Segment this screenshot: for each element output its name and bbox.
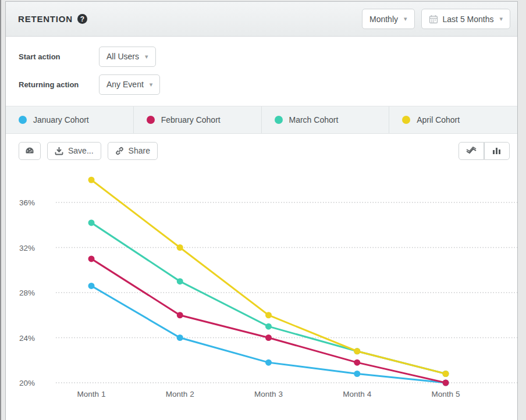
data-point[interactable]	[265, 360, 272, 366]
start-action-value: All Users	[106, 52, 139, 61]
series-color-dot	[402, 116, 410, 124]
y-tick-label: 28%	[19, 289, 35, 297]
series-line	[91, 223, 446, 374]
chevron-down-icon	[150, 81, 153, 88]
retention-chart: 36%32%28%24%20%Month 1Month 2Month 3Mont…	[6, 160, 517, 414]
start-action-dropdown[interactable]: All Users	[99, 47, 156, 67]
data-point[interactable]	[88, 283, 95, 289]
line-chart-icon	[465, 147, 477, 155]
interval-dropdown-value: Monthly	[369, 15, 398, 24]
data-point[interactable]	[265, 323, 272, 330]
x-tick-label: Month 1	[77, 390, 106, 398]
legend-label: April Cohort	[417, 115, 460, 124]
series-line	[91, 180, 446, 373]
legend-tab-february[interactable]: February Cohort	[134, 106, 262, 133]
calendar-icon	[429, 15, 438, 24]
header-controls: Monthly Last 5 Months	[362, 9, 510, 29]
legend-tab-january[interactable]: January Cohort	[6, 106, 134, 133]
series-color-dot	[19, 116, 27, 124]
report-header: RETENTION ? Monthly Last 5 Months	[6, 2, 517, 37]
x-tick-label: Month 2	[166, 390, 194, 398]
data-point[interactable]	[177, 244, 183, 251]
data-point[interactable]	[443, 371, 449, 377]
share-button[interactable]: Share	[108, 142, 158, 160]
retention-report-panel: RETENTION ? Monthly Last 5 Months	[5, 1, 518, 420]
y-tick-label: 36%	[19, 198, 35, 207]
returning-action-value: Any Event	[106, 80, 144, 89]
legend-label: March Cohort	[289, 115, 339, 124]
data-point[interactable]	[354, 371, 360, 377]
save-button-label: Save...	[68, 146, 94, 155]
date-range-dropdown-value: Last 5 Months	[443, 15, 494, 24]
link-icon	[115, 147, 124, 155]
share-button-label: Share	[129, 146, 150, 155]
data-point[interactable]	[354, 360, 360, 366]
start-action-row: Start action All Users	[19, 46, 517, 67]
data-point[interactable]	[88, 177, 95, 183]
series-color-dot	[275, 116, 283, 124]
legend-tab-march[interactable]: March Cohort	[262, 106, 390, 133]
data-point[interactable]	[265, 334, 272, 341]
data-point[interactable]	[354, 348, 360, 354]
chart-toolbar: Save... Share	[6, 134, 517, 160]
help-icon[interactable]: ?	[77, 14, 87, 24]
y-tick-label: 20%	[19, 379, 35, 387]
legend-label: January Cohort	[33, 115, 89, 124]
returning-action-label: Returning action	[19, 80, 99, 89]
interval-dropdown[interactable]: Monthly	[362, 9, 415, 29]
page-edge	[0, 0, 1, 420]
series-color-dot	[147, 116, 155, 124]
data-point[interactable]	[177, 334, 183, 341]
bar-chart-icon	[492, 147, 502, 155]
x-tick-label: Month 3	[254, 390, 283, 398]
series-line	[91, 286, 446, 383]
legend-tab-april[interactable]: April Cohort	[389, 106, 517, 133]
bar-chart-toggle-button[interactable]	[484, 142, 510, 160]
gauge-icon	[24, 146, 35, 155]
chart-type-toggle	[459, 142, 510, 160]
chart-area: 36%32%28%24%20%Month 1Month 2Month 3Mont…	[6, 160, 517, 417]
filters-section: Start action All Users Returning action …	[6, 37, 517, 106]
cohort-legend: January Cohort February Cohort March Coh…	[6, 106, 517, 134]
x-tick-label: Month 5	[432, 390, 460, 398]
returning-action-dropdown[interactable]: Any Event	[99, 74, 160, 95]
data-point[interactable]	[443, 380, 449, 386]
add-to-dashboard-button[interactable]	[19, 142, 41, 160]
legend-label: February Cohort	[161, 115, 221, 124]
page-title: RETENTION	[18, 14, 73, 24]
chevron-down-icon	[499, 15, 503, 23]
data-point[interactable]	[88, 219, 95, 226]
data-point[interactable]	[88, 255, 95, 262]
chevron-down-icon	[404, 15, 407, 23]
data-point[interactable]	[265, 312, 272, 318]
start-action-label: Start action	[19, 52, 99, 61]
y-tick-label: 32%	[19, 244, 35, 252]
date-range-dropdown[interactable]: Last 5 Months	[421, 9, 510, 29]
chevron-down-icon	[145, 53, 148, 60]
y-tick-label: 24%	[19, 334, 35, 343]
x-tick-label: Month 4	[343, 390, 371, 398]
returning-action-row: Returning action Any Event	[19, 74, 517, 95]
data-point[interactable]	[177, 312, 183, 318]
save-button[interactable]: Save...	[47, 142, 101, 160]
data-point[interactable]	[177, 278, 183, 284]
line-chart-toggle-button[interactable]	[459, 142, 484, 160]
download-icon	[55, 147, 63, 155]
